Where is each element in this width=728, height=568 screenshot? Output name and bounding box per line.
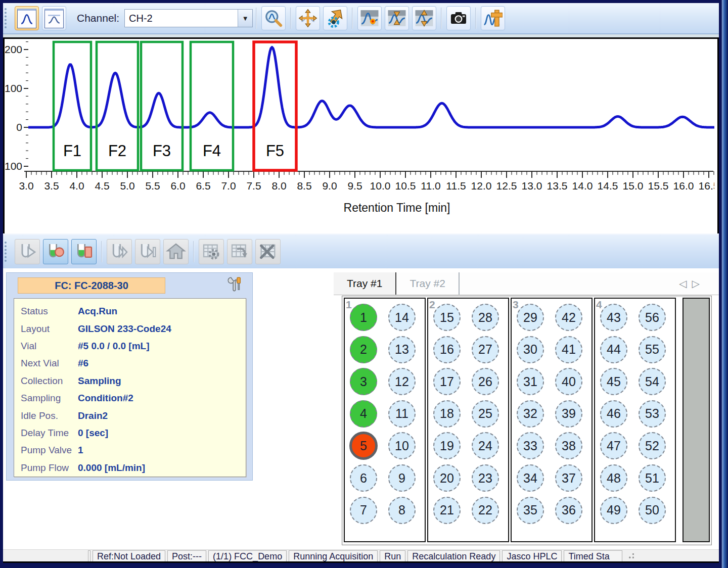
vial-53[interactable]: 53 xyxy=(639,400,666,428)
vial-55[interactable]: 55 xyxy=(639,336,666,363)
vial-33[interactable]: 33 xyxy=(517,432,544,459)
vial-51[interactable]: 51 xyxy=(639,464,666,492)
vial-32[interactable]: 32 xyxy=(517,400,544,428)
vial-48[interactable]: 48 xyxy=(600,464,627,492)
vial-45[interactable]: 45 xyxy=(600,368,627,395)
main-content: FC: FC-2088-30 StatusAcq.RunLayoutGILSON… xyxy=(3,268,719,549)
vial-4[interactable]: 4 xyxy=(350,400,377,428)
vial-31[interactable]: 31 xyxy=(517,368,544,395)
chevron-down-icon[interactable]: ▼ xyxy=(238,10,252,27)
vial-28[interactable]: 28 xyxy=(472,304,499,331)
vial-11[interactable]: 11 xyxy=(388,400,416,428)
tab-tray-2[interactable]: Tray #2 xyxy=(396,272,459,295)
toolbar-separator xyxy=(256,8,257,29)
vial-35[interactable]: 35 xyxy=(517,497,544,524)
chromatogram-plot[interactable]: 3.03.54.04.55.05.56.06.57.07.58.08.59.09… xyxy=(3,37,719,235)
vial-12[interactable]: 12 xyxy=(388,368,416,395)
collect-stop-button[interactable] xyxy=(71,239,97,264)
tube-skip-icon xyxy=(109,242,129,262)
tray-scroll-area[interactable] xyxy=(682,298,710,542)
svg-text:9.5: 9.5 xyxy=(347,180,362,192)
svg-text:16.0: 16.0 xyxy=(673,180,694,192)
vial-43[interactable]: 43 xyxy=(600,304,627,331)
vial-42[interactable]: 42 xyxy=(555,304,582,331)
vial-56[interactable]: 56 xyxy=(639,304,666,331)
toolbar-grip[interactable] xyxy=(5,8,11,28)
vial-20[interactable]: 20 xyxy=(433,464,461,492)
compress-vertical-icon xyxy=(387,9,406,28)
vial-6[interactable]: 6 xyxy=(350,464,377,492)
collector-settings-button[interactable] xyxy=(199,239,224,264)
vial-19[interactable]: 19 xyxy=(433,432,461,459)
vial-46[interactable]: 46 xyxy=(600,400,627,428)
vial-9[interactable]: 9 xyxy=(388,464,416,492)
overlay-peak-view-button[interactable] xyxy=(42,6,66,30)
vial-26[interactable]: 26 xyxy=(472,368,499,395)
tab-scroll-arrows[interactable]: ◁▷ xyxy=(679,277,705,290)
fc-info-row: CollectionSampling xyxy=(14,372,246,390)
vial-5[interactable]: 5 xyxy=(349,432,378,460)
add-trace-button[interactable] xyxy=(481,6,505,30)
compress-y-button[interactable] xyxy=(385,6,409,30)
peak-event-button[interactable] xyxy=(357,6,382,30)
vial-21[interactable]: 21 xyxy=(433,497,461,524)
tube-end-icon xyxy=(138,242,158,262)
vial-38[interactable]: 38 xyxy=(555,432,582,459)
vial-39[interactable]: 39 xyxy=(555,400,582,428)
vial-15[interactable]: 15 xyxy=(433,304,461,331)
snapshot-button[interactable] xyxy=(446,6,471,30)
vial-30[interactable]: 30 xyxy=(517,336,544,363)
vial-17[interactable]: 17 xyxy=(433,368,461,395)
toolbar-grip[interactable] xyxy=(5,242,11,262)
vial-2[interactable]: 2 xyxy=(350,336,377,363)
vial-3[interactable]: 3 xyxy=(350,368,377,395)
vial-16[interactable]: 16 xyxy=(433,336,461,363)
vial-18[interactable]: 18 xyxy=(433,400,461,428)
collect-start-button[interactable] xyxy=(15,239,40,264)
collect-pause-button[interactable] xyxy=(43,239,68,264)
home-position-button[interactable] xyxy=(163,239,189,264)
vial-24[interactable]: 24 xyxy=(472,432,499,459)
vial-23[interactable]: 23 xyxy=(472,464,499,492)
vial-25[interactable]: 25 xyxy=(472,400,499,428)
vial-49[interactable]: 49 xyxy=(600,497,627,524)
channel-select[interactable]: CH-2 ▼ xyxy=(124,9,253,27)
vial-1[interactable]: 1 xyxy=(350,304,377,331)
vial-52[interactable]: 52 xyxy=(639,432,666,459)
tab-tray-1[interactable]: Tray #1 xyxy=(334,272,396,295)
pan-button[interactable] xyxy=(296,6,320,30)
vial-34[interactable]: 34 xyxy=(517,464,544,492)
expand-y-button[interactable] xyxy=(412,6,436,30)
vial-10[interactable]: 10 xyxy=(388,432,416,459)
vial-41[interactable]: 41 xyxy=(555,336,582,363)
vial-14[interactable]: 14 xyxy=(388,304,416,331)
delete-result-button[interactable] xyxy=(255,239,281,264)
vial-40[interactable]: 40 xyxy=(555,368,582,395)
vial-44[interactable]: 44 xyxy=(600,336,627,363)
vial-36[interactable]: 36 xyxy=(555,497,582,524)
zoom-button[interactable] xyxy=(261,6,286,30)
vial-50[interactable]: 50 xyxy=(639,497,666,524)
export-report-button[interactable] xyxy=(227,239,252,264)
vial-27[interactable]: 27 xyxy=(472,336,499,363)
last-vial-button[interactable] xyxy=(135,239,160,264)
tab-scroll-left-icon[interactable]: ◁ xyxy=(679,278,692,289)
resize-grip-icon[interactable] xyxy=(625,551,636,562)
vial-47[interactable]: 47 xyxy=(600,432,627,459)
next-vial-button[interactable] xyxy=(107,239,132,264)
toolbar-separator xyxy=(352,8,353,29)
vial-22[interactable]: 22 xyxy=(472,497,499,524)
fc-row-value: Condition#2 xyxy=(78,393,133,404)
vial-13[interactable]: 13 xyxy=(388,336,416,363)
vial-54[interactable]: 54 xyxy=(639,368,666,395)
vial-8[interactable]: 8 xyxy=(388,497,416,524)
vial-7[interactable]: 7 xyxy=(350,497,377,524)
single-peak-view-button[interactable] xyxy=(15,6,39,30)
vial-29[interactable]: 29 xyxy=(517,304,544,331)
tab-scroll-right-icon[interactable]: ▷ xyxy=(692,278,705,289)
fc-row-label: Pump Valve xyxy=(21,445,78,456)
fc-tools-button[interactable] xyxy=(226,275,243,295)
vial-37[interactable]: 37 xyxy=(555,464,582,492)
auto-scale-button[interactable] xyxy=(323,6,347,30)
fc-row-value: 1 xyxy=(78,445,83,456)
